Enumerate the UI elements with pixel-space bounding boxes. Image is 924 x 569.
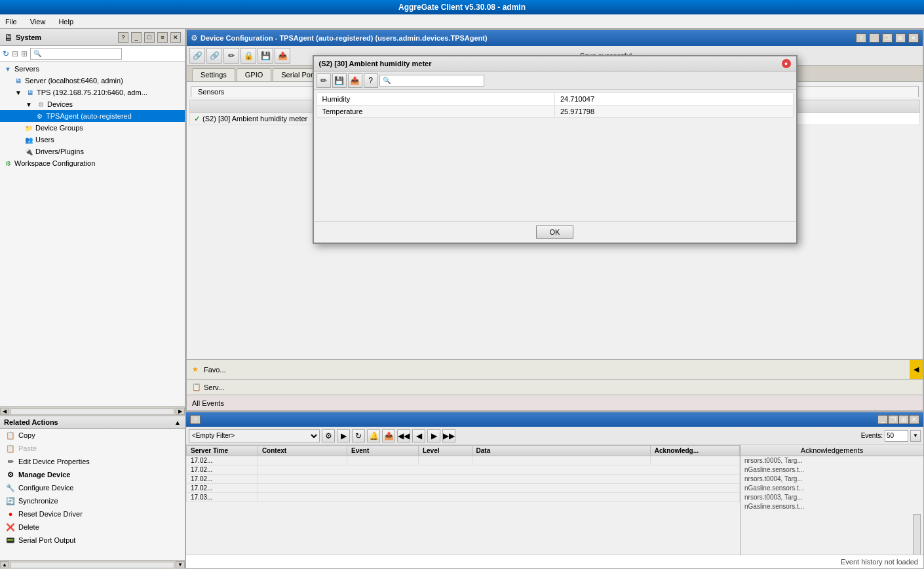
related-actions-header: Related Actions ▲	[0, 416, 185, 429]
workspace-label: Workspace Configuration	[14, 159, 95, 167]
action-edit-device-props[interactable]: ✏ Edit Device Properties	[0, 455, 185, 468]
tree-item-users[interactable]: 👥 Users	[0, 134, 185, 146]
related-actions-title: Related Actions	[4, 418, 58, 426]
modal-tb-btn-1[interactable]: ✏	[317, 73, 331, 88]
tree-area: ▼ Servers 🖥 Server (localhost:6460, admi…	[0, 62, 185, 406]
tree-item-devices-folder[interactable]: ▼ ⚙ Devices	[0, 98, 185, 110]
modal-footer: OK	[314, 221, 796, 243]
panel-max-btn[interactable]: □	[144, 32, 155, 43]
action-delete[interactable]: ❌ Delete	[0, 520, 185, 534]
hscroll-left[interactable]: ◀	[0, 408, 9, 415]
action-reset-driver[interactable]: ● Reset Device Driver	[0, 507, 185, 520]
modal-title: (S2) [30] Ambient humidity meter	[319, 60, 432, 68]
action-configure-device-label: Configure Device	[18, 484, 73, 492]
modal-toolbar: ✏ 💾 📤 ?	[314, 71, 796, 90]
tree-item-tps[interactable]: ▼ 🖥 TPS (192.168.75.210:6460, adm...	[0, 87, 185, 98]
vscroll-track[interactable]	[10, 562, 174, 568]
manage-device-icon: ⚙	[5, 469, 16, 480]
hscroll-right[interactable]: ▶	[176, 408, 185, 415]
tree-hscroll[interactable]: ◀ ▶	[0, 406, 185, 416]
system-panel-header: 🖥 System ? _ □ ≡ ✕	[0, 29, 185, 46]
hscroll-track[interactable]	[10, 408, 174, 415]
users-label: Users	[35, 136, 54, 144]
modal-ok-btn[interactable]: OK	[536, 226, 574, 239]
app-title: AggreGate Client v5.30.08 - admin	[398, 3, 526, 12]
modal-label-temperature: Temperature	[317, 106, 555, 118]
copy-icon: 📋	[5, 430, 16, 441]
vscroll-up[interactable]: ▲	[0, 561, 9, 568]
users-icon: 👥	[24, 134, 34, 145]
vscroll-down[interactable]: ▼	[176, 561, 185, 568]
modal-row-humidity: Humidity 24.710047	[317, 93, 793, 106]
action-serial-port-label: Serial Port Output	[18, 536, 75, 544]
modal-search-input[interactable]	[379, 75, 484, 87]
drivers-icon: 🔌	[24, 146, 34, 157]
modal-title-bar: (S2) [30] Ambient humidity meter ●	[314, 56, 796, 71]
tree-item-localhost[interactable]: 🖥 Server (localhost:6460, admin)	[0, 75, 185, 87]
refresh-icon: ↻	[3, 49, 9, 58]
menu-help[interactable]: Help	[56, 16, 76, 27]
synchronize-icon: 🔄	[5, 496, 16, 506]
modal-tb-btn-4[interactable]: ?	[364, 73, 378, 88]
servers-icon: ▼	[3, 64, 13, 74]
tree-item-workspace[interactable]: ⚙ Workspace Configuration	[0, 157, 185, 169]
modal-tb-btn-2[interactable]: 💾	[332, 73, 347, 88]
related-actions-collapse[interactable]: ▲	[174, 419, 181, 426]
tpsagent-icon: ⚙	[34, 111, 45, 121]
action-paste-label: Paste	[18, 444, 37, 452]
action-copy[interactable]: 📋 Copy	[0, 429, 185, 442]
reset-driver-icon: ●	[5, 509, 16, 519]
panel-min-btn[interactable]: _	[131, 32, 142, 43]
action-reset-driver-label: Reset Device Driver	[18, 510, 83, 518]
menu-view[interactable]: View	[28, 16, 48, 27]
tree-search-input[interactable]	[30, 48, 122, 60]
modal-close-btn[interactable]: ●	[782, 59, 791, 68]
modal-window: (S2) [30] Ambient humidity meter ● ✏ 💾 📤…	[313, 55, 798, 244]
modal-value-humidity: 24.710047	[555, 93, 794, 106]
servers-label: Servers	[14, 65, 39, 73]
action-synchronize-label: Synchronize	[18, 497, 58, 505]
main-layout: 🖥 System ? _ □ ≡ ✕ ↻ ⊟ ⊞ ▼ Servers 🖥 Se	[0, 29, 924, 569]
modal-row-temperature: Temperature 25.971798	[317, 106, 793, 118]
action-serial-port[interactable]: 📟 Serial Port Output	[0, 534, 185, 547]
menu-file[interactable]: File	[3, 16, 20, 27]
modal-tb-btn-3[interactable]: 📤	[348, 73, 362, 88]
system-panel-title: System	[16, 33, 115, 41]
device-groups-icon: 📁	[24, 123, 34, 133]
panel-help-btn[interactable]: ?	[118, 32, 128, 43]
modal-table: Humidity 24.710047 Temperature 25.971798	[317, 92, 794, 118]
action-synchronize[interactable]: 🔄 Synchronize	[0, 494, 185, 507]
right-area: ⚙ Device Configuration - TPSAgent (auto-…	[185, 29, 924, 569]
localhost-label: Server (localhost:6460, admin)	[25, 77, 123, 85]
system-icon: 🖥	[4, 32, 13, 43]
action-manage-device[interactable]: ⚙ Manage Device	[0, 468, 185, 481]
left-panel: 🖥 System ? _ □ ≡ ✕ ↻ ⊟ ⊞ ▼ Servers 🖥 Se	[0, 29, 185, 569]
action-paste[interactable]: 📋 Paste	[0, 442, 185, 455]
collapse-icon: ⊟	[12, 49, 18, 58]
panel-close-btn[interactable]: ✕	[170, 32, 181, 43]
tree-item-drivers[interactable]: 🔌 Drivers/Plugins	[0, 146, 185, 157]
tree-item-servers[interactable]: ▼ Servers	[0, 63, 185, 75]
tps-expand-icon: ▼	[13, 87, 24, 98]
devices-folder-icon: ⚙	[35, 99, 46, 109]
drivers-label: Drivers/Plugins	[35, 147, 84, 155]
expand-icon: ⊞	[21, 49, 28, 58]
device-groups-label: Device Groups	[35, 124, 83, 132]
action-delete-label: Delete	[18, 523, 39, 531]
left-panel-vscroll[interactable]: ▲ ▼	[0, 560, 185, 569]
tree-item-tpsagent[interactable]: ⚙ TPSAgent (auto-registered	[0, 110, 185, 122]
tps-label: TPS (192.168.75.210:6460, adm...	[37, 88, 147, 96]
devices-folder-expand: ▼	[24, 99, 34, 109]
modal-overlay: (S2) [30] Ambient humidity meter ● ✏ 💾 📤…	[185, 29, 924, 569]
delete-icon: ❌	[5, 522, 16, 532]
modal-value-temperature: 25.971798	[555, 106, 794, 118]
panel-menu-btn[interactable]: ≡	[157, 32, 168, 43]
configure-device-icon: 🔧	[5, 482, 16, 493]
action-edit-device-props-label: Edit Device Properties	[18, 458, 90, 465]
localhost-icon: 🖥	[13, 75, 24, 86]
action-configure-device[interactable]: 🔧 Configure Device	[0, 481, 185, 494]
workspace-icon: ⚙	[3, 158, 13, 168]
tree-item-device-groups[interactable]: 📁 Device Groups	[0, 122, 185, 134]
action-copy-label: Copy	[18, 431, 35, 439]
modal-label-humidity: Humidity	[317, 93, 555, 106]
